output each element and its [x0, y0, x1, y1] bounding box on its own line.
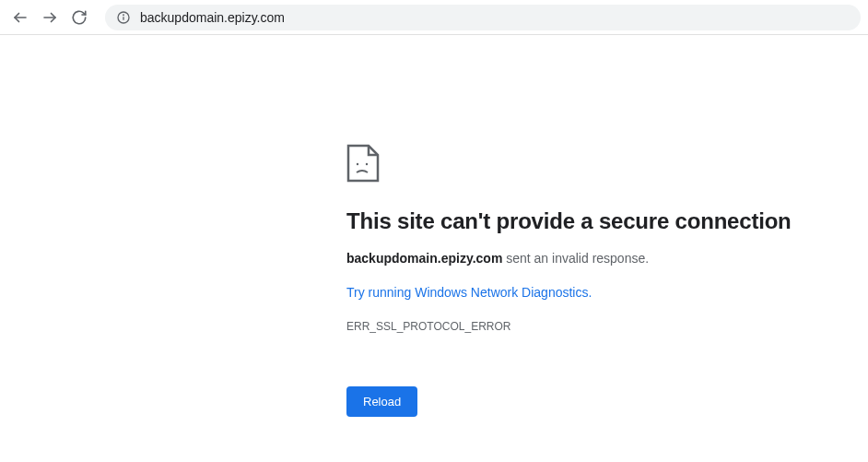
svg-point-6 — [366, 163, 368, 165]
back-button[interactable] — [7, 5, 33, 30]
error-page-content: This site can't provide a secure connect… — [0, 35, 868, 417]
error-title: This site can't provide a secure connect… — [346, 208, 868, 234]
arrow-left-icon — [12, 9, 29, 26]
diagnostics-link[interactable]: Try running Windows Network Diagnostics. — [346, 285, 592, 300]
error-message: backupdomain.epizy.com sent an invalid r… — [346, 251, 868, 266]
error-domain: backupdomain.epizy.com — [346, 251, 502, 266]
forward-button[interactable] — [37, 5, 63, 30]
sad-page-icon — [346, 144, 380, 183]
reload-nav-button[interactable] — [66, 5, 92, 30]
url-text: backupdomain.epizy.com — [140, 10, 285, 25]
arrow-right-icon — [41, 9, 58, 26]
svg-point-4 — [123, 15, 124, 16]
error-message-suffix: sent an invalid response. — [502, 251, 649, 266]
browser-toolbar: backupdomain.epizy.com — [0, 0, 868, 35]
reload-button[interactable]: Reload — [346, 386, 417, 417]
reload-icon — [71, 9, 88, 26]
address-bar[interactable]: backupdomain.epizy.com — [105, 5, 861, 30]
svg-point-5 — [357, 163, 358, 165]
info-icon — [116, 10, 131, 25]
error-code: ERR_SSL_PROTOCOL_ERROR — [346, 320, 868, 333]
